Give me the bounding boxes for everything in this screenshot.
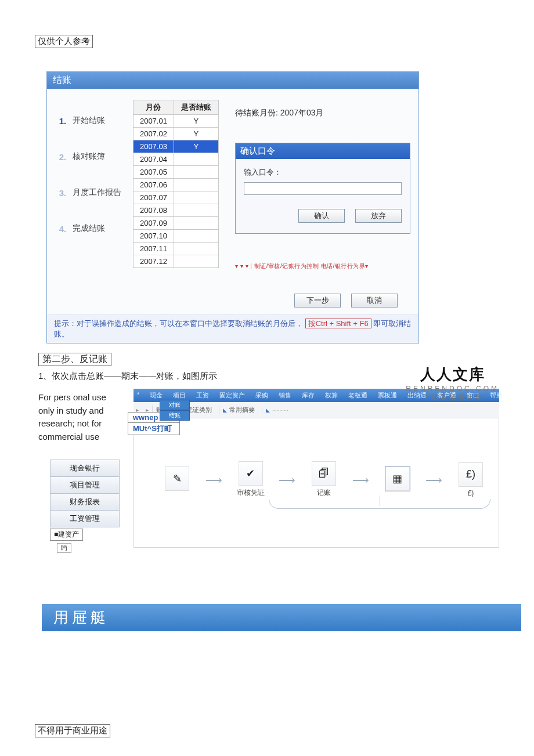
menu-item[interactable]: 现金 (150, 391, 163, 400)
table-row[interactable]: 2007.06 (134, 179, 219, 191)
logo-text: 人人文库 (406, 364, 499, 385)
nav-button[interactable]: 工资管理 (50, 510, 120, 527)
step-item[interactable]: 4. 完成结账 (57, 217, 122, 240)
table-row[interactable]: 2007.02Y (134, 128, 219, 140)
triangle-icon: ◣ (266, 407, 270, 413)
table-row[interactable]: 2007.04 (134, 153, 219, 166)
table-row[interactable]: 2007.10 (134, 230, 219, 243)
menu-item[interactable]: 权算 (325, 391, 338, 400)
step-item[interactable]: 2. 核对账簿 (57, 145, 122, 168)
step-number-icon: 1. (57, 115, 68, 126)
cell-month: 2007.09 (134, 217, 174, 230)
menu-item[interactable]: 工资 (196, 391, 209, 400)
logo-sub: 下 载 高 清 无 水 印 (406, 393, 499, 403)
flow-item[interactable]: ✔审核凭证 (230, 461, 272, 498)
closing-window: 结账 1. 开始结账 2. 核对账簿 3. 月度工作报告 4. 完成结账 (46, 71, 419, 343)
cell-flag (174, 179, 218, 191)
menu-item[interactable]: 票板通 (378, 391, 397, 400)
cell-month: 2007.12 (134, 255, 174, 268)
flow-connector (269, 499, 490, 509)
section-step-title: 第二步、反记账 (38, 353, 111, 366)
cell-flag (174, 230, 218, 243)
flow-icon: ✎ (165, 466, 189, 491)
cell-flag: Y (174, 140, 218, 153)
footer-tag: 不得用于商业用途 (35, 724, 110, 737)
menu-item[interactable]: 项目 (173, 391, 186, 400)
step-number-icon: 2. (57, 151, 68, 162)
pill-item[interactable]: 结账 (160, 410, 190, 421)
cell-flag: Y (174, 115, 218, 128)
flow-label: 审核凭证 (237, 488, 265, 498)
flow-item[interactable]: £)£) (450, 462, 492, 497)
arrow-icon: ⟶ (425, 473, 442, 487)
menu-item[interactable]: 销售 (279, 391, 291, 400)
table-row[interactable]: 2007.03Y (134, 140, 219, 153)
triangle-icon: ◣ (223, 407, 227, 413)
cell-month: 2007.04 (134, 153, 174, 166)
table-row[interactable]: 2007.12 (134, 255, 219, 268)
cancel-button[interactable]: 取消 (351, 294, 398, 308)
ledger-window: *现金项目工资固定资产采购销售库存权算老板通票板通出纳通客户通窗口帮助 ▸ ▸ … (134, 389, 499, 548)
table-row[interactable]: 2007.08 (134, 204, 219, 217)
nav-button[interactable]: 现金银行 (50, 460, 120, 476)
cell-month: 2007.06 (134, 179, 174, 191)
flow-item[interactable]: ▦ (377, 466, 418, 493)
flow-icon: ▦ (385, 466, 410, 491)
left-nav: 现金银行 项目管理 财务报表 工资管理 ■建资产 眄 (50, 460, 120, 553)
nav-mini[interactable]: ■建资产 (50, 529, 83, 541)
step-number-icon: 3. (57, 187, 68, 198)
menu-item[interactable]: * (137, 391, 139, 400)
red-warning-strip: ▾ ▾ ▾ | 制证/审核/记账行为控制 电话/银行行为界▾ (235, 262, 369, 270)
nav-button[interactable]: 项目管理 (50, 476, 120, 493)
confirm-ok-button[interactable]: 确认 (298, 209, 345, 223)
th-flag: 是否结账 (174, 100, 218, 115)
table-row[interactable]: 2007.09 (134, 217, 219, 230)
menu-item[interactable]: 老板通 (348, 391, 367, 400)
pill-item[interactable]: 对账 (160, 400, 190, 410)
month-table[interactable]: 月份 是否结账 2007.01Y2007.02Y2007.03Y2007.042… (133, 100, 219, 268)
flow-label: 记账 (317, 488, 331, 498)
table-row[interactable]: 2007.11 (134, 243, 219, 255)
cell-month: 2007.08 (134, 204, 174, 217)
flow-item[interactable]: ✎ (156, 466, 198, 493)
menu-item[interactable]: 采购 (255, 391, 268, 400)
th-month: 月份 (134, 100, 174, 115)
confirm-label: 输入口令： (244, 167, 402, 178)
nav-mini[interactable]: 眄 (57, 543, 71, 553)
confirm-cancel-button[interactable]: 放弃 (355, 209, 402, 223)
arrow-icon: ⟶ (352, 473, 369, 487)
cell-month: 2007.11 (134, 243, 174, 255)
confirm-title: 确认口令 (236, 143, 410, 159)
cell-flag (174, 153, 218, 166)
step-label: 核对账簿 (73, 151, 105, 162)
footer-bar: 用屉艇 (42, 604, 521, 631)
cell-flag (174, 166, 218, 179)
table-header-row: 月份 是否结账 (134, 100, 219, 115)
confirm-dialog: 确认口令 输入口令： 确认 放弃 (235, 143, 410, 234)
menu-item[interactable]: 固定资产 (219, 391, 245, 400)
pill-stack[interactable]: 对账 结账 (160, 400, 190, 421)
step-item[interactable]: 3. 月度工作报告 (57, 181, 122, 204)
table-row[interactable]: 2007.07 (134, 191, 219, 204)
nav-button[interactable]: 财务报表 (50, 493, 120, 510)
cell-month: 2007.07 (134, 191, 174, 204)
password-input[interactable] (244, 182, 402, 195)
flow-icon: £) (459, 462, 483, 487)
sub-item[interactable]: ◣ ··········· (262, 407, 292, 413)
next-button[interactable]: 下一步 (294, 294, 341, 308)
table-row[interactable]: 2007.05 (134, 166, 219, 179)
cell-flag: Y (174, 128, 218, 140)
step-number-icon: 4. (57, 223, 68, 234)
hotkey-badge: 按Ctrl + Shift + F6 (305, 319, 371, 328)
cell-flag (174, 255, 218, 268)
flow-item[interactable]: 🗐记账 (303, 461, 345, 498)
sub-item[interactable]: ◣ 常用摘要 (219, 406, 258, 414)
flow-icon: ✔ (239, 461, 263, 486)
step-item[interactable]: 1. 开始结账 (57, 109, 122, 132)
menu-item[interactable]: 库存 (302, 391, 315, 400)
window-body: 1. 开始结账 2. 核对账簿 3. 月度工作报告 4. 完成结账 (47, 89, 418, 314)
cell-month: 2007.03 (134, 140, 174, 153)
table-row[interactable]: 2007.01Y (134, 115, 219, 128)
cell-flag (174, 191, 218, 204)
hint-line: 提示：对于误操作造成的结账，可以在本窗口中选择要取消结账的月份后， 按Ctrl … (47, 314, 418, 343)
